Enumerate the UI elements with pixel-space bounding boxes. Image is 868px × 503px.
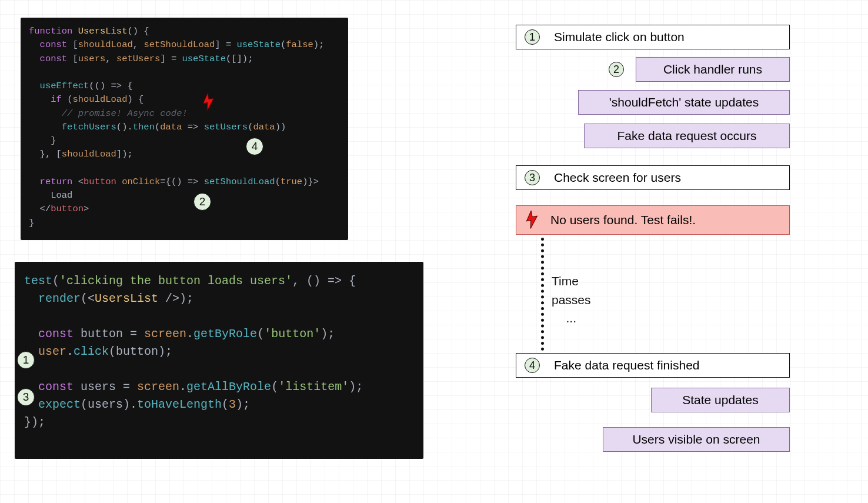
dotted-line	[541, 238, 544, 351]
step-badge-1-code: 1	[17, 351, 35, 369]
time-passes-label: Time passes ...	[552, 272, 591, 328]
purple-users-visible: Users visible on screen	[603, 427, 790, 452]
error-box: No users found. Test fails!.	[516, 205, 790, 235]
lightning-icon	[523, 209, 541, 231]
step-4-num: 4	[525, 358, 540, 373]
lightning-icon	[199, 92, 218, 114]
purple-state-updates: State updates	[651, 388, 790, 412]
purple-should-fetch: 'shouldFetch' state updates	[578, 90, 790, 115]
error-text: No users found. Test fails!.	[550, 213, 696, 227]
code-block-users-list: function UsersList() { const [shouldLoad…	[21, 18, 348, 240]
step-badge-2-code: 2	[193, 193, 211, 211]
step-1-num: 1	[525, 29, 540, 45]
step-2-text: Click handler runs	[663, 62, 762, 76]
step-3-text: Check screen for users	[554, 171, 681, 185]
step-2-num: 2	[609, 62, 624, 77]
step-badge-3-code: 3	[17, 388, 35, 406]
step-1-text: Simulate click on button	[554, 30, 685, 44]
purple-fake-request: Fake data request occurs	[584, 124, 790, 148]
step-badge-4-code: 4	[246, 138, 263, 155]
code-block-test: test('clicking the button loads users', …	[15, 262, 423, 459]
step-1-box: 1 Simulate click on button	[516, 25, 790, 49]
step-4-text: Fake data request finished	[554, 358, 700, 372]
step-4-box: 4 Fake data request finished	[516, 353, 790, 378]
step-3-num: 3	[525, 170, 540, 185]
step-2-box: 2 Click handler runs	[636, 57, 790, 82]
step-3-box: 3 Check screen for users	[516, 165, 790, 190]
